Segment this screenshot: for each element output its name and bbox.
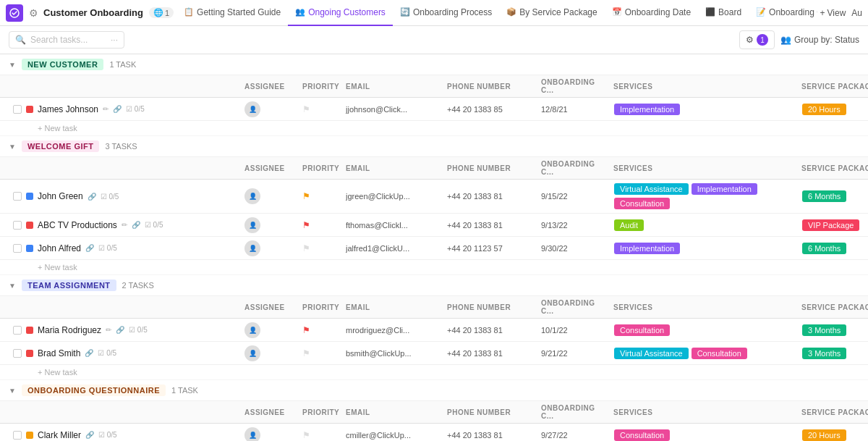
service-package-cell: 20 Hours [797,100,868,119]
task-checkbox[interactable] [13,192,22,201]
group-toggle-team-assignment[interactable]: ▼ [9,282,16,290]
priority-cell[interactable]: ⚑ [298,188,341,204]
link-icon: 🔗 [85,349,93,357]
view-button[interactable]: + View [820,8,846,18]
col-onboarding: ONBOARDING C... [537,75,609,97]
service-tag: Audit [614,219,644,231]
search-box[interactable]: 🔍 Search tasks... ··· [9,31,124,49]
col-headers: ASSIGNEE PRIORITY EMAIL PHONE NUMBER ONB… [0,296,868,319]
priority-cell[interactable]: ⚑ [298,240,341,256]
task-color-indicator [26,327,33,334]
services-cell: Implementation [609,239,797,258]
nav-right: + View Au [820,8,863,18]
new-task-row[interactable]: + New task [0,260,868,275]
task-checkbox[interactable] [13,431,22,440]
priority-cell[interactable]: ⚑ [298,322,341,338]
task-subtask: ☑ 0/5 [98,431,117,439]
col-service-package: SERVICE PACKAGE [797,157,868,179]
col-assignee: ASSIGNEE [240,157,298,179]
task-checkbox[interactable] [13,326,22,335]
email-cell: jgreen@ClickUp... [341,189,443,203]
phone-text: +44 20 1383 81 [447,221,503,230]
service-package-cell: 3 Months [797,321,868,340]
service-tag: Virtual Assistance [614,348,689,359]
task-name-cell: Brad Smith 🔗 ☑ 0/5 [9,345,240,361]
table-row: ABC TV Productions ✏ 🔗 ☑ 0/5 👤 ⚑ fthomas… [0,214,868,237]
onboarding-date-text: 10/1/22 [541,326,568,335]
tab-ongoing-customers[interactable]: 👥 Ongoing Customers [288,0,393,26]
edit-icon[interactable]: ✏ [122,221,127,229]
onboarding-date-cell: 9/27/22 [537,428,609,442]
col-priority: PRIORITY [298,157,341,179]
task-name: Clark Miller [38,430,81,440]
service-package-cell: 6 Months [797,187,868,206]
phone-cell: +44 20 1383 81 [443,346,537,361]
services-cell: Virtual AssistanceConsultation [609,344,797,363]
assignee-cell: 👤 [240,343,298,364]
tab-by-service-package[interactable]: 📦 By Service Package [499,0,604,26]
task-subtask: ☑ 0/5 [126,105,145,113]
task-checkbox[interactable] [13,221,22,230]
table-container: ▼ NEW CUSTOMER 1 TASK ASSIGNEE PRIORITY … [0,54,868,441]
col-phone: PHONE NUMBER [443,157,537,179]
group-by-icon: 👥 [780,35,791,45]
auto-button[interactable]: Au [851,8,862,18]
filter-button[interactable]: ⚙ 1 [739,30,775,49]
nav-tabs: 📋 Getting Started Guide 👥 Ongoing Custom… [176,0,817,26]
col-services: SERVICES [609,75,797,97]
task-name: Brad Smith [38,348,80,358]
phone-cell: +44 20 1383 85 [443,102,537,117]
task-checkbox[interactable] [13,105,22,114]
email-cell: fthomas@Clickl... [341,218,443,232]
tab-icon-ongoing: 👥 [295,7,305,17]
tab-onboarding-questionnaire[interactable]: 📝 Onboarding Questionnaire [749,0,817,26]
onboarding-date-cell: 12/8/21 [537,102,609,117]
service-package-tag: 6 Months [802,190,846,202]
search-icon: 🔍 [15,35,26,45]
top-nav: ⚙ Customer Onboarding 🌐 1 📋 Getting Star… [0,0,868,26]
email-text: mrodriguez@Cli... [346,326,409,335]
edit-icon[interactable]: ✏ [103,105,109,113]
edit-icon[interactable]: ✏ [106,326,111,334]
phone-cell: +44 20 1123 57 [443,241,537,256]
phone-text: +44 20 1123 57 [447,244,503,253]
new-task-row[interactable]: + New task [0,365,868,380]
task-name-cell: Clark Miller 🔗 ☑ 0/5 [9,427,240,442]
priority-cell[interactable]: ⚑ [298,345,341,361]
group-toggle-welcome-gift[interactable]: ▼ [9,143,16,151]
filter-icon: ⚙ [746,35,754,45]
task-subtask: ☑ 0/5 [129,326,148,334]
task-color-indicator [26,222,33,229]
tab-onboarding-process[interactable]: 🔄 Onboarding Process [393,0,499,26]
priority-cell[interactable]: ⚑ [298,217,341,233]
task-color-indicator [26,245,33,252]
col-onboarding: ONBOARDING C... [537,401,609,423]
col-assignee: ASSIGNEE [240,75,298,97]
new-task-row[interactable]: + New task [0,121,868,136]
priority-cell[interactable]: ⚑ [298,101,341,117]
service-tag: Consultation [614,429,670,441]
email-text: bsmith@ClickUp... [346,349,412,358]
gear-icon[interactable]: ⚙ [26,6,41,20]
tab-getting-started[interactable]: 📋 Getting Started Guide [176,0,288,26]
col-priority: PRIORITY [298,75,341,97]
task-checkbox[interactable] [13,244,22,253]
priority-cell[interactable]: ⚑ [298,427,341,442]
table-row: Maria Rodriguez ✏ 🔗 ☑ 0/5 👤 ⚑ mrodriguez… [0,319,868,342]
search-dots[interactable]: ··· [111,35,118,45]
task-checkbox[interactable] [13,349,22,358]
assignee-cell: 👤 [240,238,298,259]
group-toggle-new-customer[interactable]: ▼ [9,61,16,69]
tab-icon-date: 📅 [612,7,622,17]
task-subtask: ☑ 0/5 [145,221,163,229]
tab-onboarding-date[interactable]: 📅 Onboarding Date [605,0,698,26]
assignee-cell: 👤 [240,98,298,120]
tab-board[interactable]: ⬛ Board [698,0,749,26]
group-by-button[interactable]: 👥 Group by: Status [780,35,859,45]
onboarding-date-text: 9/13/22 [541,221,568,230]
group-toggle-onboarding-questionnaire[interactable]: ▼ [9,387,16,395]
col-email: EMAIL [341,157,443,179]
phone-cell: +44 20 1383 81 [443,189,537,203]
col-task [9,401,240,423]
service-package-tag: VIP Package [802,219,859,231]
